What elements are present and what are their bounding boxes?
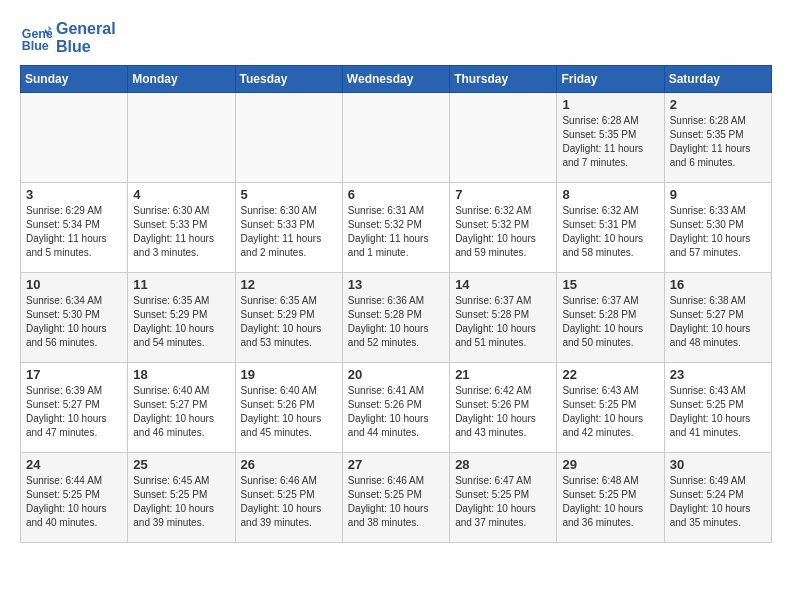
day-number: 25 [133,457,229,472]
calendar-week-3: 10Sunrise: 6:34 AM Sunset: 5:30 PM Dayli… [21,273,772,363]
calendar-cell-1-6: 1Sunrise: 6:28 AM Sunset: 5:35 PM Daylig… [557,93,664,183]
day-info: Sunrise: 6:28 AM Sunset: 5:35 PM Dayligh… [670,114,766,170]
day-number: 12 [241,277,337,292]
day-info: Sunrise: 6:45 AM Sunset: 5:25 PM Dayligh… [133,474,229,530]
day-number: 1 [562,97,658,112]
calendar-cell-5-4: 27Sunrise: 6:46 AM Sunset: 5:25 PM Dayli… [342,453,449,543]
day-number: 17 [26,367,122,382]
calendar-cell-2-7: 9Sunrise: 6:33 AM Sunset: 5:30 PM Daylig… [664,183,771,273]
day-number: 16 [670,277,766,292]
weekday-header-row: SundayMondayTuesdayWednesdayThursdayFrid… [21,66,772,93]
calendar-cell-3-4: 13Sunrise: 6:36 AM Sunset: 5:28 PM Dayli… [342,273,449,363]
day-info: Sunrise: 6:30 AM Sunset: 5:33 PM Dayligh… [133,204,229,260]
logo-text-general: General [56,20,116,38]
svg-text:Blue: Blue [22,39,49,53]
day-number: 9 [670,187,766,202]
day-info: Sunrise: 6:35 AM Sunset: 5:29 PM Dayligh… [241,294,337,350]
day-number: 3 [26,187,122,202]
logo-text-blue: Blue [56,38,116,56]
day-number: 13 [348,277,444,292]
calendar-week-5: 24Sunrise: 6:44 AM Sunset: 5:25 PM Dayli… [21,453,772,543]
day-number: 14 [455,277,551,292]
day-info: Sunrise: 6:43 AM Sunset: 5:25 PM Dayligh… [670,384,766,440]
day-info: Sunrise: 6:32 AM Sunset: 5:31 PM Dayligh… [562,204,658,260]
day-info: Sunrise: 6:38 AM Sunset: 5:27 PM Dayligh… [670,294,766,350]
day-number: 24 [26,457,122,472]
day-info: Sunrise: 6:39 AM Sunset: 5:27 PM Dayligh… [26,384,122,440]
day-number: 28 [455,457,551,472]
weekday-header-wednesday: Wednesday [342,66,449,93]
weekday-header-monday: Monday [128,66,235,93]
calendar-week-2: 3Sunrise: 6:29 AM Sunset: 5:34 PM Daylig… [21,183,772,273]
day-info: Sunrise: 6:44 AM Sunset: 5:25 PM Dayligh… [26,474,122,530]
calendar-cell-5-3: 26Sunrise: 6:46 AM Sunset: 5:25 PM Dayli… [235,453,342,543]
day-info: Sunrise: 6:46 AM Sunset: 5:25 PM Dayligh… [241,474,337,530]
day-info: Sunrise: 6:48 AM Sunset: 5:25 PM Dayligh… [562,474,658,530]
day-info: Sunrise: 6:30 AM Sunset: 5:33 PM Dayligh… [241,204,337,260]
day-number: 4 [133,187,229,202]
day-info: Sunrise: 6:34 AM Sunset: 5:30 PM Dayligh… [26,294,122,350]
day-info: Sunrise: 6:28 AM Sunset: 5:35 PM Dayligh… [562,114,658,170]
calendar-cell-4-7: 23Sunrise: 6:43 AM Sunset: 5:25 PM Dayli… [664,363,771,453]
day-number: 2 [670,97,766,112]
calendar-cell-1-3 [235,93,342,183]
day-number: 30 [670,457,766,472]
day-info: Sunrise: 6:29 AM Sunset: 5:34 PM Dayligh… [26,204,122,260]
calendar-cell-2-4: 6Sunrise: 6:31 AM Sunset: 5:32 PM Daylig… [342,183,449,273]
calendar-week-4: 17Sunrise: 6:39 AM Sunset: 5:27 PM Dayli… [21,363,772,453]
weekday-header-friday: Friday [557,66,664,93]
day-info: Sunrise: 6:37 AM Sunset: 5:28 PM Dayligh… [562,294,658,350]
calendar-cell-4-3: 19Sunrise: 6:40 AM Sunset: 5:26 PM Dayli… [235,363,342,453]
calendar-header: SundayMondayTuesdayWednesdayThursdayFrid… [21,66,772,93]
calendar-cell-4-6: 22Sunrise: 6:43 AM Sunset: 5:25 PM Dayli… [557,363,664,453]
calendar-cell-5-2: 25Sunrise: 6:45 AM Sunset: 5:25 PM Dayli… [128,453,235,543]
calendar-cell-5-5: 28Sunrise: 6:47 AM Sunset: 5:25 PM Dayli… [450,453,557,543]
calendar-cell-5-1: 24Sunrise: 6:44 AM Sunset: 5:25 PM Dayli… [21,453,128,543]
day-number: 20 [348,367,444,382]
calendar-cell-1-2 [128,93,235,183]
calendar-cell-3-5: 14Sunrise: 6:37 AM Sunset: 5:28 PM Dayli… [450,273,557,363]
day-number: 27 [348,457,444,472]
calendar-cell-3-2: 11Sunrise: 6:35 AM Sunset: 5:29 PM Dayli… [128,273,235,363]
calendar-cell-4-2: 18Sunrise: 6:40 AM Sunset: 5:27 PM Dayli… [128,363,235,453]
day-number: 7 [455,187,551,202]
day-number: 19 [241,367,337,382]
calendar-cell-5-7: 30Sunrise: 6:49 AM Sunset: 5:24 PM Dayli… [664,453,771,543]
day-number: 26 [241,457,337,472]
day-number: 22 [562,367,658,382]
day-number: 21 [455,367,551,382]
day-info: Sunrise: 6:46 AM Sunset: 5:25 PM Dayligh… [348,474,444,530]
day-number: 11 [133,277,229,292]
day-info: Sunrise: 6:32 AM Sunset: 5:32 PM Dayligh… [455,204,551,260]
calendar-cell-2-2: 4Sunrise: 6:30 AM Sunset: 5:33 PM Daylig… [128,183,235,273]
calendar-cell-3-1: 10Sunrise: 6:34 AM Sunset: 5:30 PM Dayli… [21,273,128,363]
day-info: Sunrise: 6:43 AM Sunset: 5:25 PM Dayligh… [562,384,658,440]
calendar-cell-5-6: 29Sunrise: 6:48 AM Sunset: 5:25 PM Dayli… [557,453,664,543]
day-info: Sunrise: 6:47 AM Sunset: 5:25 PM Dayligh… [455,474,551,530]
calendar-cell-3-3: 12Sunrise: 6:35 AM Sunset: 5:29 PM Dayli… [235,273,342,363]
day-info: Sunrise: 6:49 AM Sunset: 5:24 PM Dayligh… [670,474,766,530]
day-number: 6 [348,187,444,202]
calendar-week-1: 1Sunrise: 6:28 AM Sunset: 5:35 PM Daylig… [21,93,772,183]
day-info: Sunrise: 6:40 AM Sunset: 5:26 PM Dayligh… [241,384,337,440]
weekday-header-sunday: Sunday [21,66,128,93]
day-info: Sunrise: 6:40 AM Sunset: 5:27 PM Dayligh… [133,384,229,440]
day-number: 29 [562,457,658,472]
calendar-cell-2-5: 7Sunrise: 6:32 AM Sunset: 5:32 PM Daylig… [450,183,557,273]
calendar-cell-1-7: 2Sunrise: 6:28 AM Sunset: 5:35 PM Daylig… [664,93,771,183]
calendar-cell-1-4 [342,93,449,183]
calendar-cell-3-6: 15Sunrise: 6:37 AM Sunset: 5:28 PM Dayli… [557,273,664,363]
logo-icon: General Blue [20,22,52,54]
day-info: Sunrise: 6:36 AM Sunset: 5:28 PM Dayligh… [348,294,444,350]
day-info: Sunrise: 6:41 AM Sunset: 5:26 PM Dayligh… [348,384,444,440]
day-number: 8 [562,187,658,202]
day-info: Sunrise: 6:31 AM Sunset: 5:32 PM Dayligh… [348,204,444,260]
calendar-body: 1Sunrise: 6:28 AM Sunset: 5:35 PM Daylig… [21,93,772,543]
day-info: Sunrise: 6:33 AM Sunset: 5:30 PM Dayligh… [670,204,766,260]
calendar-table: SundayMondayTuesdayWednesdayThursdayFrid… [20,65,772,543]
calendar-cell-4-4: 20Sunrise: 6:41 AM Sunset: 5:26 PM Dayli… [342,363,449,453]
weekday-header-tuesday: Tuesday [235,66,342,93]
calendar-cell-2-6: 8Sunrise: 6:32 AM Sunset: 5:31 PM Daylig… [557,183,664,273]
weekday-header-thursday: Thursday [450,66,557,93]
day-number: 23 [670,367,766,382]
